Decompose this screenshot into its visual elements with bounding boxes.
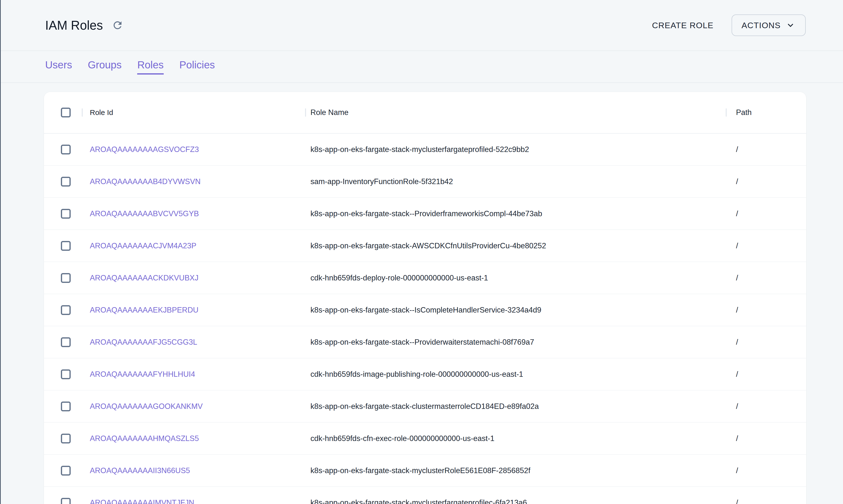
role-path-cell: / [726, 177, 806, 186]
role-id-cell: AROAQAAAAAAABVCVV5GYB [82, 209, 305, 218]
table-row: AROAQAAAAAAAFJG5CGG3L k8s-app-on-eks-far… [44, 326, 806, 358]
row-checkbox-cell [44, 241, 82, 251]
table-row: AROAQAAAAAAAGOOKANKMV k8s-app-on-eks-far… [44, 391, 806, 422]
table-row: AROAQAAAAAAAEKJBPERDU k8s-app-on-eks-far… [44, 294, 806, 326]
tab-users[interactable]: Users [45, 59, 72, 74]
role-id-link[interactable]: AROAQAAAAAAAII3N66US5 [90, 466, 190, 475]
role-name-cell: k8s-app-on-eks-fargate-stack--IsComplete… [305, 306, 726, 314]
row-checkbox-cell [44, 337, 82, 347]
row-checkbox[interactable] [61, 466, 71, 475]
column-header-path: Path [726, 108, 806, 117]
row-checkbox[interactable] [61, 273, 71, 283]
column-header-role-id: Role Id [82, 108, 305, 117]
iam-tabs: Users Groups Roles Policies [0, 51, 843, 83]
row-checkbox[interactable] [61, 145, 71, 155]
row-checkbox-cell [44, 498, 82, 504]
role-path-cell: / [726, 498, 806, 504]
role-id-link[interactable]: AROAQAAAAAAAB4DYVWSVN [90, 177, 201, 186]
role-path-cell: / [726, 434, 806, 443]
table-row: AROAQAAAAAAABVCVV5GYB k8s-app-on-eks-far… [44, 198, 806, 230]
row-checkbox[interactable] [61, 177, 71, 186]
role-id-link[interactable]: AROAQAAAAAAAHMQASZLS5 [90, 434, 199, 443]
actions-button-label: ACTIONS [741, 21, 781, 30]
role-name-cell: k8s-app-on-eks-fargate-stack-clustermast… [305, 402, 726, 411]
select-all-cell [44, 108, 82, 118]
role-id-link[interactable]: AROAQAAAAAAABVCVV5GYB [90, 209, 199, 218]
header-actions: CREATE ROLE ACTIONS [651, 15, 806, 36]
row-checkbox[interactable] [61, 337, 71, 347]
role-id-cell: AROAQAAAAAAAAGSVOCFZ3 [82, 145, 305, 154]
actions-button[interactable]: ACTIONS [732, 15, 806, 36]
role-name-cell: cdk-hnb659fds-cfn-exec-role-000000000000… [305, 434, 726, 443]
select-all-checkbox[interactable] [61, 108, 71, 118]
role-name-cell: k8s-app-on-eks-fargate-stack-AWSCDKCfnUt… [305, 241, 726, 250]
column-header-role-name: Role Name [305, 108, 726, 117]
tab-groups[interactable]: Groups [88, 59, 122, 74]
role-name-cell: k8s-app-on-eks-fargate-stack--Providerwa… [305, 338, 726, 347]
row-checkbox-cell [44, 370, 82, 379]
table-row: AROAQAAAAAAAFYHHLHUI4 cdk-hnb659fds-imag… [44, 358, 806, 391]
row-checkbox[interactable] [61, 241, 71, 251]
role-name-cell: k8s-app-on-eks-fargate-stack--Providerfr… [305, 209, 726, 218]
table-row: AROAQAAAAAAAHMQASZLS5 cdk-hnb659fds-cfn-… [44, 422, 806, 455]
role-id-cell: AROAQAAAAAAAGOOKANKMV [82, 402, 305, 411]
role-id-link[interactable]: AROAQAAAAAAAAGSVOCFZ3 [90, 145, 199, 154]
row-checkbox[interactable] [61, 370, 71, 379]
role-id-link[interactable]: AROAQAAAAAAAEKJBPERDU [90, 306, 199, 314]
role-id-link[interactable]: AROAQAAAAAAAGOOKANKMV [90, 402, 203, 411]
role-id-cell: AROAQAAAAAAACKDKVUBXJ [82, 274, 305, 283]
role-id-link[interactable]: AROAQAAAAAAACKDKVUBXJ [90, 274, 199, 283]
role-id-cell: AROAQAAAAAAAIMVNTJFJN [82, 498, 305, 504]
refresh-icon [112, 19, 123, 31]
role-id-cell: AROAQAAAAAAAEKJBPERDU [82, 306, 305, 314]
chevron-down-icon [785, 20, 796, 31]
role-path-cell: / [726, 370, 806, 379]
window-left-edge [0, 0, 1, 504]
table-body: AROAQAAAAAAAAGSVOCFZ3 k8s-app-on-eks-far… [44, 133, 806, 504]
role-name-cell: sam-app-InventoryFunctionRole-5f321b42 [305, 177, 726, 186]
row-checkbox-cell [44, 209, 82, 219]
role-id-cell: AROAQAAAAAAAB4DYVWSVN [82, 177, 305, 186]
table-row: AROAQAAAAAAACJVM4A23P k8s-app-on-eks-far… [44, 230, 806, 262]
table-row: AROAQAAAAAAACKDKVUBXJ cdk-hnb659fds-depl… [44, 262, 806, 294]
table-row: AROAQAAAAAAAAGSVOCFZ3 k8s-app-on-eks-far… [44, 133, 806, 166]
role-name-cell: k8s-app-on-eks-fargate-stack-myclusterfa… [305, 145, 726, 154]
row-checkbox-cell [44, 466, 82, 475]
row-checkbox[interactable] [61, 498, 71, 504]
row-checkbox-cell [44, 305, 82, 315]
row-checkbox[interactable] [61, 434, 71, 444]
role-id-cell: AROAQAAAAAAAII3N66US5 [82, 466, 305, 475]
roles-table-card: Role Id Role Name Path AROAQAAAAAAAAGSVO… [44, 92, 806, 504]
tab-roles[interactable]: Roles [137, 59, 164, 74]
role-path-cell: / [726, 338, 806, 347]
role-path-cell: / [726, 209, 806, 218]
row-checkbox[interactable] [61, 209, 71, 219]
role-id-cell: AROAQAAAAAAACJVM4A23P [82, 241, 305, 250]
role-id-link[interactable]: AROAQAAAAAAACJVM4A23P [90, 241, 196, 250]
role-path-cell: / [726, 145, 806, 154]
role-path-cell: / [726, 241, 806, 250]
role-name-cell: cdk-hnb659fds-image-publishing-role-0000… [305, 370, 726, 379]
role-id-cell: AROAQAAAAAAAFYHHLHUI4 [82, 370, 305, 379]
page-header: IAM Roles CREATE ROLE ACTIONS [0, 0, 843, 51]
table-header-row: Role Id Role Name Path [44, 92, 806, 133]
role-id-link[interactable]: AROAQAAAAAAAIMVNTJFJN [90, 498, 194, 504]
role-id-link[interactable]: AROAQAAAAAAAFJG5CGG3L [90, 338, 197, 347]
table-row: AROAQAAAAAAAII3N66US5 k8s-app-on-eks-far… [44, 455, 806, 487]
row-checkbox[interactable] [61, 305, 71, 315]
role-path-cell: / [726, 274, 806, 283]
role-id-cell: AROAQAAAAAAAFJG5CGG3L [82, 338, 305, 347]
refresh-button[interactable] [110, 18, 125, 33]
tab-policies[interactable]: Policies [179, 59, 215, 74]
row-checkbox-cell [44, 145, 82, 155]
page-title: IAM Roles [45, 18, 103, 33]
row-checkbox-cell [44, 273, 82, 283]
row-checkbox[interactable] [61, 401, 71, 411]
role-name-cell: k8s-app-on-eks-fargate-stack-myclusterfa… [305, 498, 726, 504]
row-checkbox-cell [44, 401, 82, 411]
table-row: AROAQAAAAAAAB4DYVWSVN sam-app-InventoryF… [44, 166, 806, 198]
role-path-cell: / [726, 466, 806, 475]
role-id-link[interactable]: AROAQAAAAAAAFYHHLHUI4 [90, 370, 195, 379]
role-path-cell: / [726, 306, 806, 314]
create-role-button[interactable]: CREATE ROLE [651, 17, 715, 34]
